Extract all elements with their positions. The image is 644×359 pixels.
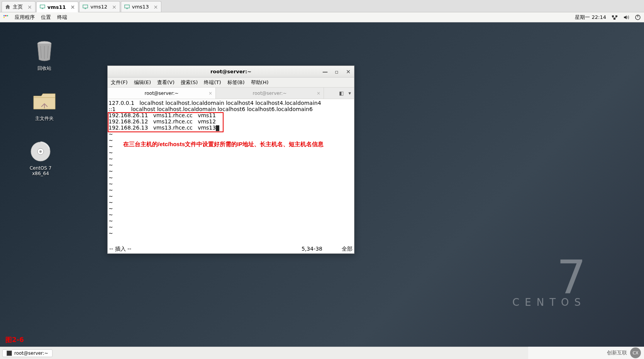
- terminal-tab-2[interactable]: root@server:~ ×: [216, 88, 324, 99]
- power-icon[interactable]: [635, 14, 641, 20]
- new-tab-button[interactable]: ◧: [339, 90, 344, 96]
- close-button[interactable]: ✕: [345, 69, 352, 75]
- svg-rect-0: [40, 5, 45, 8]
- centos-seven: 7: [512, 254, 586, 300]
- terminal-menubar: 文件(F) 编辑(E) 查看(V) 搜索(S) 终端(T) 标签(B) 帮助(H…: [108, 78, 354, 88]
- close-icon[interactable]: ×: [27, 4, 32, 10]
- menu-applications[interactable]: 应用程序: [15, 14, 35, 21]
- desktop-icon-cd[interactable]: CentOS 7 x86_64: [23, 140, 58, 176]
- home-icon: [5, 4, 10, 10]
- terminal-status-line: -- 插入 -- 5,34-38 全部: [108, 246, 354, 253]
- icon-label: 回收站: [27, 65, 62, 72]
- maximize-button[interactable]: ▫: [333, 69, 340, 75]
- terminal-icon: [7, 351, 12, 356]
- vm-tab-home[interactable]: 主页 ×: [2, 1, 36, 12]
- centos-logo: 7 CENTOS: [512, 254, 586, 308]
- menu-search[interactable]: 搜索(S): [181, 79, 198, 86]
- menu-tabs[interactable]: 标签(B): [227, 79, 245, 86]
- datetime-label[interactable]: 星期一 22:14: [575, 14, 606, 21]
- menu-terminal[interactable]: 终端: [57, 14, 67, 21]
- icon-label: CentOS 7 x86_64: [23, 165, 58, 176]
- desktop-icon-trash[interactable]: 回收站: [27, 40, 62, 72]
- menu-help[interactable]: 帮助(H): [251, 79, 269, 86]
- volume-icon[interactable]: [623, 14, 629, 20]
- centos-word: CENTOS: [512, 297, 586, 308]
- desktop-icon-home[interactable]: 主文件夹: [27, 90, 62, 122]
- watermark: 创新互联 CX: [528, 347, 644, 359]
- vm-tab-vms12[interactable]: vms12 ×: [79, 1, 120, 12]
- monitor-icon: [124, 4, 130, 10]
- svg-rect-10: [612, 15, 614, 17]
- terminal-window: root@server:~ — ▫ ✕ 文件(F) 编辑(E) 查看(V) 搜索…: [107, 66, 354, 254]
- vm-tab-label: vms13: [132, 4, 149, 10]
- vim-mode: -- 插入 --: [109, 246, 131, 253]
- cd-icon: [30, 141, 51, 162]
- svg-rect-2: [83, 5, 88, 8]
- figure-label: 图2-6: [5, 335, 24, 344]
- terminal-titlebar[interactable]: root@server:~ — ▫ ✕: [108, 66, 354, 78]
- svg-point-21: [39, 150, 42, 153]
- menu-edit[interactable]: 编辑(E): [134, 79, 151, 86]
- menu-terminal[interactable]: 终端(T): [204, 79, 221, 86]
- desktop[interactable]: 回收站 主文件夹 CentOS 7 x86_64 7 CENTOS root@s…: [0, 22, 644, 347]
- close-icon[interactable]: ×: [112, 4, 117, 10]
- vim-position: 5,34-38: [302, 246, 322, 253]
- svg-point-8: [7, 15, 8, 16]
- vm-tab-label: vms12: [90, 4, 107, 10]
- taskbar-item-label: root@server:~: [14, 351, 48, 356]
- svg-rect-11: [615, 15, 617, 17]
- terminal-tab-label: root@server:~: [145, 91, 179, 96]
- menu-places[interactable]: 位置: [41, 14, 51, 21]
- monitor-icon: [83, 4, 88, 10]
- svg-rect-1: [42, 8, 43, 9]
- svg-rect-3: [85, 8, 86, 9]
- close-icon[interactable]: ×: [208, 91, 212, 96]
- menu-file[interactable]: 文件(F): [111, 79, 128, 86]
- svg-point-7: [5, 15, 7, 16]
- vm-tab-vms13[interactable]: vms13 ×: [121, 1, 161, 12]
- vm-tab-vms11[interactable]: vms11 ×: [36, 2, 79, 12]
- vm-tab-label: 主页: [13, 3, 23, 10]
- svg-rect-4: [125, 5, 129, 8]
- vm-tab-bar: 主页 × vms11 × vms12 × vms13 ×: [0, 0, 644, 12]
- terminal-tab-1[interactable]: root@server:~ ×: [108, 88, 216, 99]
- watermark-text: 创新互联: [607, 349, 627, 356]
- folder-icon: [33, 92, 56, 111]
- vim-scroll: 全部: [342, 246, 353, 253]
- close-icon[interactable]: ×: [317, 91, 320, 96]
- watermark-logo: CX: [630, 347, 641, 358]
- monitor-icon: [40, 4, 45, 10]
- terminal-title: root@server:~: [210, 69, 251, 74]
- tab-menu-button[interactable]: ▾: [348, 90, 351, 96]
- svg-rect-5: [126, 8, 128, 9]
- icon-label: 主文件夹: [27, 115, 62, 122]
- svg-point-9: [3, 17, 5, 18]
- gnome-top-bar: 应用程序 位置 终端 星期一 22:14: [0, 12, 644, 22]
- terminal-tab-label: root@server:~: [253, 91, 287, 96]
- close-icon[interactable]: ×: [153, 4, 158, 10]
- activities-icon: [3, 15, 8, 20]
- network-icon[interactable]: [612, 14, 618, 20]
- terminal-tab-bar: root@server:~ × root@server:~ × ◧ ▾: [108, 88, 354, 99]
- menu-view[interactable]: 查看(V): [157, 79, 175, 86]
- vm-tab-label: vms11: [47, 4, 66, 10]
- trash-icon: [35, 40, 54, 62]
- taskbar-item-terminal[interactable]: root@server:~: [2, 349, 53, 357]
- annotation-text: 在三台主机的/etc/hosts文件中设置好所需的IP地址、长主机名、短主机名信…: [123, 141, 324, 148]
- terminal-content: 127.0.0.1 localhost localhost.localdomai…: [108, 100, 353, 236]
- terminal-body[interactable]: 127.0.0.1 localhost localhost.localdomai…: [108, 99, 354, 246]
- minimize-button[interactable]: —: [322, 69, 329, 75]
- svg-point-6: [3, 15, 5, 16]
- close-icon[interactable]: ×: [71, 4, 75, 10]
